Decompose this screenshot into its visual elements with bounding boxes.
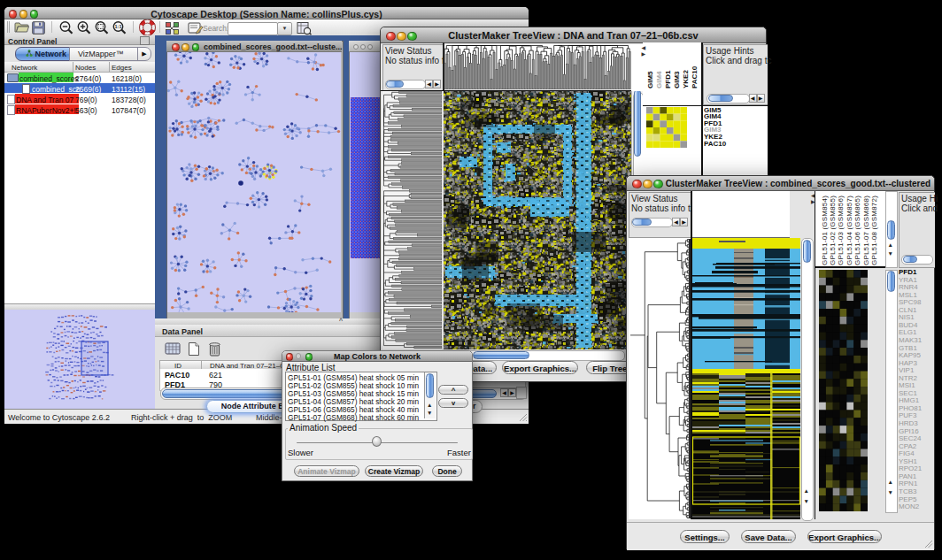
- svg-text:1:1: 1:1: [115, 24, 122, 29]
